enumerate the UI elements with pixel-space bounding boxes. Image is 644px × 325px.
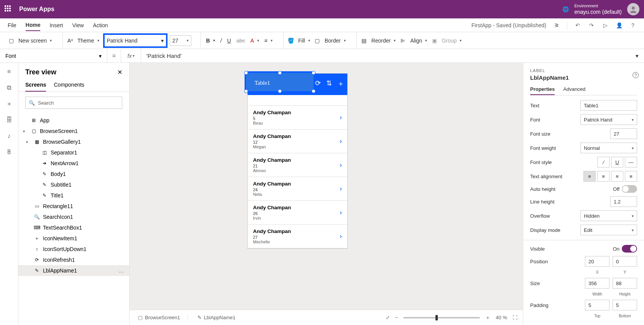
prop-textalign-segments[interactable]: ≡≡≡≡ — [583, 171, 637, 182]
tab-properties[interactable]: Properties — [530, 84, 555, 95]
menu-file[interactable]: File — [8, 20, 16, 31]
menu-insert[interactable]: Insert — [49, 20, 63, 31]
prop-y-input[interactable]: 0 — [613, 256, 637, 267]
environment-picker[interactable]: Environment enayu.com (default) — [574, 3, 622, 15]
prop-overflow-dropdown[interactable]: Hidden — [580, 210, 637, 221]
gallery-item[interactable]: Andy Champan5Beau› — [248, 106, 347, 130]
prop-font-dropdown[interactable]: Patrick Hand — [580, 114, 637, 125]
bold-button[interactable]: B — [205, 37, 217, 44]
prop-lineheight-input[interactable]: 1.2 — [610, 196, 637, 207]
tree-node-body1[interactable]: ✎Body1 — [18, 169, 129, 179]
prop-fontstyle-segments[interactable]: /U— — [597, 157, 637, 167]
gallery-item[interactable]: Andy Champan12Megan› — [248, 130, 347, 153]
prop-autoheight-toggle[interactable] — [622, 185, 637, 193]
zoom-slider[interactable] — [403, 317, 480, 318]
prop-padbottom-input[interactable]: 5 — [613, 300, 637, 310]
tree-node-nextarrow1[interactable]: ➜NextArrow1 — [18, 158, 129, 169]
refresh-icon[interactable]: ⟳ — [315, 79, 321, 88]
tree-node-iconnewitem1[interactable]: ＋IconNewItem1 — [18, 233, 129, 244]
tree-node-searchicon1[interactable]: 🔍SearchIcon1 — [18, 212, 129, 222]
border-button[interactable]: Border — [323, 37, 347, 44]
gallery-item[interactable]: Andy Champan21Alonso› — [248, 153, 347, 177]
formula-input[interactable]: 'Patrick Hand' ▾ — [141, 53, 644, 59]
tree-node-iconrefresh1[interactable]: ⟳IconRefresh1 — [18, 254, 129, 265]
prop-padtop-input[interactable]: 5 — [585, 300, 610, 310]
tree-node-textsearchbox1[interactable]: ⌨TextSearchBox1 — [18, 222, 129, 233]
tree-node-browsegallery1[interactable]: ▾▦BrowseGallery1 — [18, 136, 129, 147]
reorder-button[interactable]: Reorder — [370, 37, 398, 44]
help-icon[interactable]: ? — [629, 22, 636, 29]
tab-advanced[interactable]: Advanced — [563, 84, 585, 95]
strikethrough-button[interactable]: abc — [235, 37, 247, 44]
prop-width-input[interactable]: 356 — [585, 278, 610, 289]
close-icon[interactable]: ✕ — [117, 69, 122, 76]
chevron-right-icon[interactable]: › — [340, 185, 342, 193]
redo-icon[interactable]: ↷ — [588, 22, 595, 29]
fill-button[interactable]: Fill — [297, 37, 312, 44]
prop-displaymode-dropdown[interactable]: Edit — [580, 225, 637, 235]
tree-node-rectangle11[interactable]: ▭Rectangle11 — [18, 201, 129, 212]
theme-button[interactable]: Theme — [76, 37, 101, 44]
gallery-item[interactable]: Andy Champan27Mechelle› — [248, 225, 347, 248]
chevron-right-icon[interactable]: › — [340, 113, 342, 121]
data-icon[interactable]: 🗄 — [6, 117, 13, 123]
share-icon[interactable]: 👤 — [616, 22, 623, 29]
prop-text-input[interactable]: Table1 — [580, 100, 637, 111]
menu-home[interactable]: Home — [26, 20, 41, 31]
tree-node-separator1[interactable]: ◫Separator1 — [18, 147, 129, 158]
underline-button[interactable]: U — [226, 37, 233, 44]
property-dropdown[interactable]: Font ▾ — [0, 49, 107, 62]
tree-node-app[interactable]: ⊞App — [18, 115, 129, 126]
prop-visible-toggle[interactable] — [622, 245, 637, 253]
fx-label[interactable]: fx▾ — [121, 49, 141, 62]
advanced-tools-icon[interactable]: 🎚 — [6, 149, 13, 156]
help-icon[interactable]: ? — [632, 72, 639, 78]
app-search-row[interactable] — [248, 95, 347, 106]
tab-screens[interactable]: Screens — [25, 79, 46, 92]
chevron-right-icon[interactable]: › — [340, 137, 342, 145]
gallery-item[interactable]: Andy Champan24Neta› — [248, 177, 347, 201]
tree-node-lblappname1[interactable]: ✎LblAppName1… — [18, 265, 129, 276]
italic-button[interactable]: / — [219, 37, 223, 44]
prop-fontweight-dropdown[interactable]: Normal — [580, 143, 637, 153]
chevron-right-icon[interactable]: › — [340, 208, 342, 217]
chevron-right-icon[interactable]: › — [340, 161, 342, 169]
add-icon[interactable]: ＋ — [337, 79, 344, 88]
zoom-in-icon[interactable]: ＋ — [485, 314, 490, 321]
tree-node-subtitle1[interactable]: ✎Subtitle1 — [18, 179, 129, 190]
lbl-app-name[interactable]: Table1 — [255, 80, 270, 86]
menu-action[interactable]: Action — [93, 20, 108, 31]
new-screen-button[interactable]: New screen — [17, 37, 53, 44]
tree-search-input[interactable]: 🔍 Search — [25, 97, 122, 109]
prop-height-input[interactable]: 88 — [613, 278, 637, 289]
avatar[interactable] — [627, 3, 639, 15]
expand-icon[interactable]: ⤢ — [386, 315, 390, 320]
app-checker-icon[interactable]: ᕒ — [553, 22, 560, 29]
prop-fontsize-input[interactable]: 27 — [610, 128, 637, 139]
fit-icon[interactable]: ⛶ — [513, 315, 518, 320]
media-icon[interactable]: ♪ — [6, 133, 13, 140]
tab-components[interactable]: Components — [54, 79, 84, 92]
tree-view-icon[interactable]: ⧉ — [6, 84, 13, 91]
insert-icon[interactable]: ＋ — [6, 100, 13, 107]
breadcrumb-screen[interactable]: ▢ BrowseScreen1 — [135, 313, 183, 322]
tree-node-title1[interactable]: ✎Title1 — [18, 190, 129, 201]
align-button[interactable]: Align — [409, 37, 429, 44]
font-dropdown[interactable]: Patrick Hand ▾ — [103, 33, 168, 48]
undo-icon[interactable]: ↶ — [574, 22, 581, 29]
play-icon[interactable]: ▷ — [602, 22, 609, 29]
prop-x-input[interactable]: 20 — [585, 256, 610, 267]
breadcrumb-control[interactable]: ✎ LblAppName1 — [194, 313, 238, 322]
tree-node-iconsortupdown1[interactable]: ↕IconSortUpDown1 — [18, 244, 129, 254]
zoom-out-icon[interactable]: − — [395, 315, 398, 320]
sort-icon[interactable]: ⇅ — [326, 79, 332, 88]
font-size-dropdown[interactable]: 27 — [170, 35, 191, 46]
font-color-button[interactable]: A — [249, 37, 260, 44]
chevron-right-icon[interactable]: › — [340, 232, 342, 240]
canvas[interactable]: ↖ Table1 ⟳ ⇅ ＋ Andy Champan5Beau›Andy Ch… — [130, 63, 523, 325]
menu-view[interactable]: View — [72, 20, 84, 31]
tree-node-browsescreen1[interactable]: ▾▢BrowseScreen1 — [18, 126, 129, 136]
text-align-button[interactable]: ≡ — [263, 37, 274, 44]
hamburger-icon[interactable]: ≡ — [6, 68, 13, 75]
waffle-icon[interactable] — [5, 5, 12, 13]
